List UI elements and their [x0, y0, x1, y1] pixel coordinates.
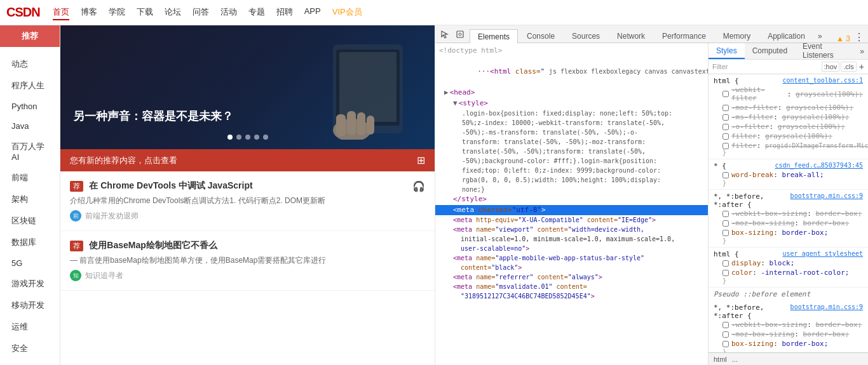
- hero-dot-2[interactable]: [236, 135, 241, 140]
- tab-performance[interactable]: Performance: [654, 29, 714, 43]
- author-name-1[interactable]: 前端开发劝退师: [85, 211, 139, 222]
- nav-item-qa[interactable]: 问答: [193, 5, 209, 20]
- sidebar-recommend[interactable]: 推荐: [0, 25, 60, 47]
- nav-item-download[interactable]: 下载: [137, 5, 153, 20]
- dom-meta-charset[interactable]: <meta charset="utf-8">: [435, 205, 708, 216]
- sidebar-item-ai[interactable]: 百万人学AI: [0, 136, 60, 167]
- prop-cb-webkit-box-sizing[interactable]: [722, 211, 729, 217]
- dom-meta-apple[interactable]: <meta name="apple-mobile-web-app-status-…: [435, 253, 708, 263]
- dom-meta-viewport-1[interactable]: <meta name="viewport" content="width=dev…: [435, 225, 708, 234]
- cursor-icon-btn[interactable]: [438, 27, 452, 41]
- dom-doctype[interactable]: <!doctype html>: [435, 46, 708, 56]
- more-options-icon[interactable]: ⋮: [854, 31, 864, 43]
- hero-dot-3[interactable]: [245, 135, 250, 140]
- hero-dot-5[interactable]: [263, 135, 268, 140]
- tab-application[interactable]: Application: [759, 29, 813, 43]
- prop-cb-before-moz-box[interactable]: [722, 331, 729, 338]
- dom-style-line-6[interactable]: -50%);background-color: #fff;}.login-mar…: [435, 156, 708, 166]
- dom-style-line-1[interactable]: .login-box{position: fixed;display: none…: [435, 109, 708, 118]
- dom-style-line-4[interactable]: transform: translate(-50%, -50%);-moz-tr…: [435, 137, 708, 147]
- sidebar-item-architecture[interactable]: 架构: [0, 189, 60, 210]
- recommend-banner[interactable]: 您有新的推荐内容，点击查看 ⊞: [60, 149, 435, 171]
- prop-cb-moz-box-sizing[interactable]: [722, 220, 729, 227]
- style-source-3[interactable]: bootstrap.min.css:9: [790, 192, 863, 199]
- dom-style-line-8[interactable]: rgba(0, 0, 0, 0.5);width: 100%;height: 1…: [435, 175, 708, 185]
- style-selector-html-1[interactable]: content_toolbar.css:1 html {: [714, 77, 863, 85]
- sidebar-item-frontend[interactable]: 前端: [0, 167, 60, 189]
- prop-cb-ms-filter[interactable]: [722, 114, 729, 121]
- dom-meta-msvalidate-2[interactable]: "3189512127C34C46BC74BED5852D45E4">: [435, 291, 708, 301]
- nav-item-academy[interactable]: 学院: [109, 5, 125, 20]
- nav-item-recruit[interactable]: 招聘: [276, 5, 293, 20]
- prop-cb-webkit-filter[interactable]: [722, 91, 729, 97]
- prop-cb-display[interactable]: [722, 260, 729, 267]
- cls-button[interactable]: .cls: [841, 62, 857, 72]
- tab-sources[interactable]: Sources: [564, 29, 608, 43]
- tab-memory[interactable]: Memory: [715, 29, 759, 43]
- dom-style-line-7[interactable]: fixed;top: 0;left: 0;z-index: 9999;backg…: [435, 166, 708, 175]
- warning-count[interactable]: ▲ 3: [834, 34, 853, 43]
- styles-tab-styles[interactable]: Styles: [709, 43, 745, 59]
- prop-cb-color[interactable]: [722, 270, 729, 276]
- prop-cb-filter-gray[interactable]: [722, 133, 729, 140]
- prop-cb-box-sizing[interactable]: [722, 230, 729, 236]
- prop-cb-filter-progid[interactable]: [722, 143, 729, 149]
- dom-head[interactable]: ▶<head>: [435, 88, 708, 98]
- nav-item-vip[interactable]: VIP会员: [332, 5, 362, 20]
- article-title-1[interactable]: 在 Chrome DevTools 中调试 JavaScript: [89, 180, 252, 190]
- styles-tab-event-listeners[interactable]: Event Listeners: [795, 43, 856, 59]
- box-select-icon-btn[interactable]: [453, 27, 467, 41]
- style-source-1[interactable]: content_toolbar.css:1: [783, 77, 863, 84]
- prop-cb-moz-filter[interactable]: [722, 105, 729, 111]
- add-rule-button[interactable]: +: [859, 62, 864, 72]
- style-selector-pseudo-before[interactable]: bootstrap.min.css:9 *, *:before, *:after…: [714, 303, 863, 320]
- dom-meta-viewport-3[interactable]: user-scalable=no">: [435, 244, 708, 253]
- sidebar-item-java[interactable]: Java: [0, 116, 60, 136]
- hero-dot-4[interactable]: [254, 135, 259, 140]
- tab-overflow[interactable]: »: [814, 29, 826, 43]
- style-source-2[interactable]: csdn_feed.c…85037943:45: [775, 162, 863, 169]
- style-selector-star[interactable]: csdn_feed.c…85037943:45 * {: [714, 162, 863, 170]
- sidebar-item-ops[interactable]: 运维: [0, 316, 60, 338]
- hero-dot-1[interactable]: [227, 135, 233, 140]
- grid-icon[interactable]: ⊞: [417, 154, 425, 166]
- hov-button[interactable]: :hov: [822, 62, 840, 72]
- nav-item-blog[interactable]: 博客: [81, 5, 97, 20]
- audio-icon-1[interactable]: 🎧: [412, 180, 425, 192]
- styles-tab-computed[interactable]: Computed: [745, 43, 795, 59]
- dom-style-line-5[interactable]: translate(-50%, -50%);transform: transla…: [435, 147, 708, 156]
- style-selector-html-ua[interactable]: user agent stylesheet html {: [714, 250, 863, 258]
- dom-meta-apple-2[interactable]: content="black">: [435, 263, 708, 272]
- hero-banner[interactable]: 另一种声音：容器是不是未来？: [60, 25, 435, 149]
- style-source-4[interactable]: user agent stylesheet: [783, 250, 863, 257]
- sidebar-item-mobiledev[interactable]: 移动开发: [0, 295, 60, 316]
- dom-style-open[interactable]: ▼<style>: [435, 98, 708, 109]
- tab-network[interactable]: Network: [609, 29, 653, 43]
- sidebar-item-python[interactable]: Python: [0, 96, 60, 116]
- sidebar-item-database[interactable]: 数据库: [0, 232, 60, 253]
- nav-item-forum[interactable]: 论坛: [165, 5, 181, 20]
- tab-elements[interactable]: Elements: [470, 29, 518, 44]
- statusbar-html[interactable]: html: [714, 355, 727, 363]
- logo[interactable]: CSDN: [6, 5, 40, 20]
- style-selector-bootstrap-1[interactable]: bootstrap.min.css:9 *, *:before, *:after…: [714, 192, 863, 209]
- sidebar-item-5g[interactable]: 5G: [0, 253, 60, 273]
- nav-item-app[interactable]: APP: [304, 5, 321, 20]
- sidebar-item-dongtai[interactable]: 动态: [0, 53, 60, 75]
- dom-meta-viewport-2[interactable]: initial-scale=1.0, minimum-scale=1.0, ma…: [435, 234, 708, 244]
- tab-console[interactable]: Console: [519, 29, 563, 43]
- prop-cb-word-break[interactable]: [722, 172, 729, 178]
- dom-style-line-3[interactable]: -50%);-ms-transform: translate(-50%, -50…: [435, 128, 708, 137]
- author-name-2[interactable]: 知识追寻者: [85, 270, 123, 281]
- sidebar-item-security[interactable]: 安全: [0, 338, 60, 359]
- dom-meta-msvalidate[interactable]: <meta name="msvalidate.01" content=: [435, 282, 708, 291]
- style-source-5[interactable]: bootstrap.min.css:9: [790, 303, 863, 310]
- sidebar-item-gamedev[interactable]: 游戏开发: [0, 273, 60, 295]
- prop-cb-before-box[interactable]: [722, 341, 729, 347]
- prop-cb-o-filter[interactable]: [722, 124, 729, 130]
- styles-tab-overflow[interactable]: »: [856, 44, 868, 58]
- dom-meta-compat[interactable]: <meta http-equiv="X-UA-Compatible" conte…: [435, 215, 708, 225]
- nav-item-topic[interactable]: 专题: [248, 5, 265, 20]
- dom-meta-referrer[interactable]: <meta name="referrer" content="always">: [435, 272, 708, 282]
- nav-item-home[interactable]: 首页: [53, 5, 69, 20]
